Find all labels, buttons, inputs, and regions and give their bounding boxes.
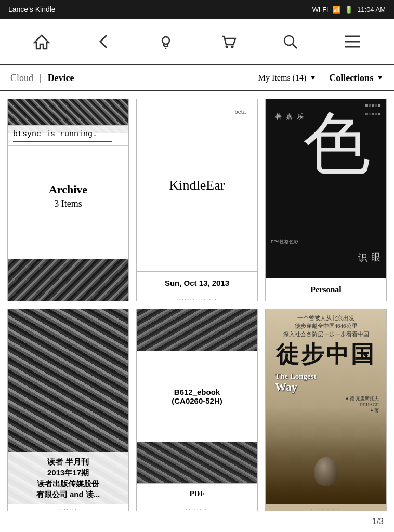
grid-container: btsync is running. Archive 3 Items beta …	[0, 91, 394, 511]
my-items-label: My Items (14)	[258, 73, 306, 83]
reader-dots: .......	[8, 504, 128, 511]
b612-cover-top	[137, 309, 257, 351]
kindleear-beta: beta	[235, 109, 246, 115]
kindleear-footer: Sun, Oct 13, 2013	[137, 271, 257, 294]
kindleear-cover: beta KindleEar	[137, 99, 257, 271]
home-icon[interactable]	[29, 29, 55, 55]
b612-title: B612_ebook(CA0260-52H)	[172, 388, 222, 405]
b612-content: B612_ebook(CA0260-52H)	[137, 351, 257, 442]
b612-footer: PDF	[137, 483, 257, 504]
b612-dots: ........	[137, 504, 257, 511]
btsync-overlay: btsync is running.	[8, 125, 128, 146]
toolbar	[0, 19, 394, 65]
reader-item[interactable]: 读者 半月刊2013年17期读者出版传媒股份有限公司 and 读... ....…	[7, 309, 129, 511]
nav-separator: |	[40, 73, 48, 84]
reader-title: 读者 半月刊2013年17期读者出版传媒股份有限公司 and 读...	[12, 456, 124, 500]
device-name: Lance's Kindle	[8, 5, 56, 14]
collections-label: Collections	[329, 73, 373, 84]
page-indicator: 1/3	[0, 511, 394, 532]
longest-way-dots: ...........	[266, 504, 386, 511]
svg-point-3	[225, 46, 228, 48]
menu-icon[interactable]	[339, 29, 365, 55]
my-items-arrow: ▼	[309, 74, 317, 82]
b612-pdf-label: PDF	[189, 489, 204, 498]
archive-content: Archive 3 Items	[8, 133, 128, 259]
battery-icon: 🔋	[345, 6, 353, 14]
b612-cover-bottom	[137, 442, 257, 483]
cart-icon[interactable]	[215, 29, 241, 55]
archive-title: Archive	[49, 183, 87, 196]
my-items-dropdown[interactable]: My Items (14) ▼	[258, 73, 329, 83]
btsync-text: btsync is running.	[13, 130, 97, 139]
kindleear-item[interactable]: beta KindleEar Sun, Oct 13, 2013 .......…	[136, 99, 258, 301]
back-icon[interactable]	[90, 29, 116, 55]
chinese-book-footer: Personal	[266, 278, 386, 301]
longest-way-item[interactable]: 一个曾被人从北京出发徒步穿越全中国4646公里深入社会各阶层一步一步看看中国 徒…	[265, 309, 387, 511]
chinese-book-label: Personal	[310, 285, 342, 295]
btsync-line	[13, 141, 112, 142]
collections-dropdown[interactable]: Collections ▼	[329, 73, 384, 84]
chinese-book-cover: 色 乐嘉著	[266, 99, 386, 294]
nav-bar: Cloud | Device My Items (14) ▼ Collectio…	[0, 65, 394, 91]
page-number: 1/3	[372, 517, 384, 526]
svg-point-1	[162, 37, 169, 44]
chinese-book-item[interactable]: 色 乐嘉著	[265, 99, 387, 301]
archive-bottom-image	[8, 259, 128, 301]
kindleear-dots: ...............	[137, 294, 257, 301]
wifi-label: Wi-Fi	[312, 6, 328, 14]
status-right: Wi-Fi 📶 🔋 11:04 AM	[312, 6, 386, 14]
clock: 11:04 AM	[357, 6, 386, 14]
b612-item[interactable]: B612_ebook(CA0260-52H) PDF ........	[136, 309, 258, 511]
search-icon[interactable]	[277, 29, 303, 55]
kindleear-logo: KindleEar	[169, 178, 225, 193]
nav-cloud[interactable]: Cloud	[10, 73, 40, 84]
wifi-icon: 📶	[332, 6, 340, 14]
collections-arrow: ▼	[376, 74, 384, 82]
svg-marker-0	[34, 35, 49, 49]
reader-overlay: 读者 半月刊2013年17期读者出版传媒股份有限公司 and 读...	[8, 452, 128, 504]
svg-point-5	[284, 36, 294, 45]
archive-item[interactable]: btsync is running. Archive 3 Items	[7, 99, 129, 301]
reader-cover: 读者 半月刊2013年17期读者出版传媒股份有限公司 and 读...	[8, 309, 128, 504]
archive-subtitle: 3 Items	[54, 198, 82, 209]
nav-device[interactable]: Device	[48, 73, 81, 84]
light-icon[interactable]	[153, 29, 179, 55]
kindleear-date: Sun, Oct 13, 2013	[165, 278, 229, 287]
svg-line-6	[293, 44, 297, 48]
status-bar: Lance's Kindle Wi-Fi 📶 🔋 11:04 AM	[0, 0, 394, 19]
svg-point-4	[231, 46, 233, 48]
longest-way-cover: 一个曾被人从北京出发徒步穿越全中国4646公里深入社会各阶层一步一步看看中国 徒…	[266, 309, 386, 504]
